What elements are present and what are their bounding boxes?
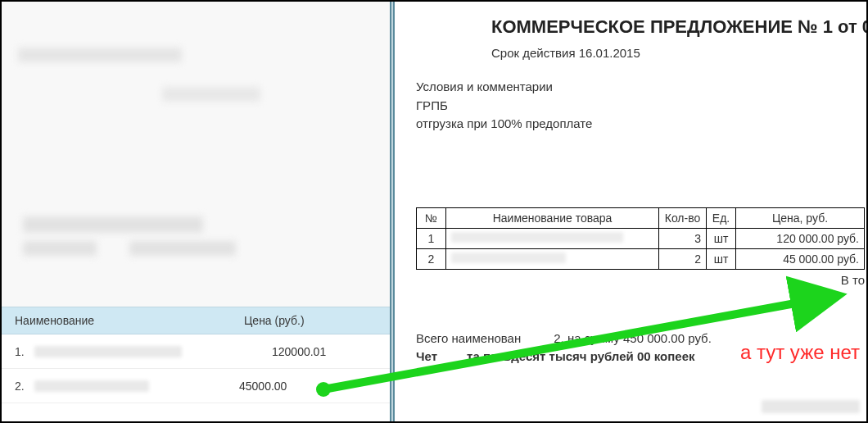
col-price: Цена, руб. — [736, 207, 865, 228]
table-row[interactable]: 1. 120000.01 — [2, 334, 390, 369]
col-num: № — [417, 207, 446, 228]
document-validity: Срок действия 16.01.2015 — [491, 46, 866, 60]
left-row-num: 1. — [15, 345, 34, 358]
conditions-block: Условия и комментарии ГРПБ отгрузка при … — [416, 78, 866, 134]
cell-unit: шт — [707, 228, 736, 248]
col-qty: Кол-во — [659, 207, 707, 228]
cell-num: 2 — [417, 248, 446, 269]
offer-table-header: № Наименование товара Кол-во Ед. Цена, р… — [417, 207, 865, 228]
annotation-text: а тут уже нет — [740, 341, 860, 364]
table-row: 2 2 шт 45 000.00 руб. — [417, 248, 865, 269]
document-preview: КОММЕРЧЕСКОЕ ПРЕДЛОЖЕНИЕ № 1 от 09 Срок … — [395, 2, 866, 421]
cell-name-blurred — [446, 248, 659, 269]
document-title: КОММЕРЧЕСКОЕ ПРЕДЛОЖЕНИЕ № 1 от 09 — [491, 16, 866, 38]
left-col-price: Цена (руб.) — [244, 314, 377, 327]
cell-price: 45 000.00 руб. — [736, 248, 865, 269]
left-items-table: Наименование Цена (руб.) 1. 120000.01 2.… — [2, 307, 390, 421]
conditions-line: отгрузка при 100% предоплате — [416, 115, 866, 134]
cell-price: 120 000.00 руб. — [736, 228, 865, 248]
cell-name-blurred — [446, 228, 659, 248]
cell-qty: 3 — [659, 228, 707, 248]
total-note: В то — [416, 273, 865, 287]
left-row-name-blurred — [34, 346, 182, 357]
left-table-header: Наименование Цена (руб.) — [2, 307, 390, 334]
left-row-price: 120000.01 — [182, 345, 377, 358]
col-name: Наименование товара — [446, 207, 659, 228]
table-row: 1 3 шт 120 000.00 руб. — [417, 228, 865, 248]
offer-table: № Наименование товара Кол-во Ед. Цена, р… — [416, 207, 865, 270]
conditions-line: ГРПБ — [416, 97, 866, 116]
cell-qty: 2 — [659, 248, 707, 269]
conditions-heading: Условия и комментарии — [416, 78, 866, 97]
table-row[interactable]: 2. 45000.00 — [2, 369, 390, 403]
cell-num: 1 — [417, 228, 446, 248]
left-row-num: 2. — [15, 380, 34, 393]
cell-unit: шт — [707, 248, 736, 269]
left-col-name: Наименование — [15, 314, 244, 327]
col-unit: Ед. — [707, 207, 736, 228]
left-row-name-blurred — [34, 380, 149, 392]
left-row-price: 45000.00 — [149, 380, 377, 393]
signature-blurred — [762, 400, 860, 413]
left-panel: Наименование Цена (руб.) 1. 120000.01 2.… — [2, 2, 390, 421]
